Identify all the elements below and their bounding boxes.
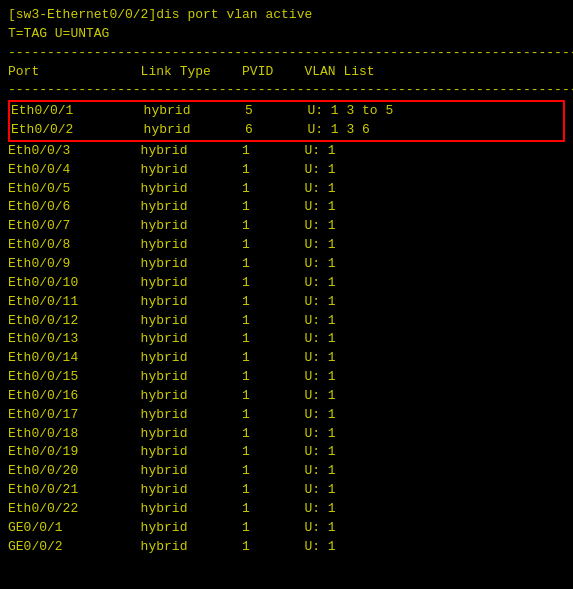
separator-top: ----------------------------------------… — [8, 44, 565, 63]
table-row: GE0/0/1 hybrid 1 U: 1 — [8, 519, 565, 538]
table-row: Eth0/0/3 hybrid 1 U: 1 — [8, 142, 565, 161]
table-row: Eth0/0/9 hybrid 1 U: 1 — [8, 255, 565, 274]
table-row: Eth0/0/13 hybrid 1 U: 1 — [8, 330, 565, 349]
highlighted-rows-block: Eth0/0/1 hybrid 5 U: 1 3 to 5Eth0/0/2 hy… — [8, 100, 565, 142]
table-row: Eth0/0/19 hybrid 1 U: 1 — [8, 443, 565, 462]
table-row: Eth0/0/6 hybrid 1 U: 1 — [8, 198, 565, 217]
prompt-line: [sw3-Ethernet0/0/2]dis port vlan active — [8, 6, 565, 25]
table-row: Eth0/0/22 hybrid 1 U: 1 — [8, 500, 565, 519]
data-rows: Eth0/0/1 hybrid 5 U: 1 3 to 5Eth0/0/2 hy… — [8, 100, 565, 556]
table-row: Eth0/0/18 hybrid 1 U: 1 — [8, 425, 565, 444]
terminal-window: [sw3-Ethernet0/0/2]dis port vlan active … — [8, 6, 565, 556]
table-row: Eth0/0/16 hybrid 1 U: 1 — [8, 387, 565, 406]
table-row: Eth0/0/15 hybrid 1 U: 1 — [8, 368, 565, 387]
table-row: Eth0/0/11 hybrid 1 U: 1 — [8, 293, 565, 312]
table-row: Eth0/0/1 hybrid 5 U: 1 3 to 5 — [11, 102, 562, 121]
table-row: Eth0/0/7 hybrid 1 U: 1 — [8, 217, 565, 236]
table-row: Eth0/0/8 hybrid 1 U: 1 — [8, 236, 565, 255]
table-row: Eth0/0/17 hybrid 1 U: 1 — [8, 406, 565, 425]
separator-bottom: ----------------------------------------… — [8, 81, 565, 100]
table-row: Eth0/0/5 hybrid 1 U: 1 — [8, 180, 565, 199]
table-row: Eth0/0/21 hybrid 1 U: 1 — [8, 481, 565, 500]
column-headers: Port Link Type PVID VLAN List — [8, 63, 565, 82]
table-row: Eth0/0/10 hybrid 1 U: 1 — [8, 274, 565, 293]
table-row: Eth0/0/4 hybrid 1 U: 1 — [8, 161, 565, 180]
table-row: Eth0/0/14 hybrid 1 U: 1 — [8, 349, 565, 368]
table-row: Eth0/0/2 hybrid 6 U: 1 3 6 — [11, 121, 562, 140]
table-row: Eth0/0/12 hybrid 1 U: 1 — [8, 312, 565, 331]
legend-line: T=TAG U=UNTAG — [8, 25, 565, 44]
table-row: GE0/0/2 hybrid 1 U: 1 — [8, 538, 565, 557]
table-row: Eth0/0/20 hybrid 1 U: 1 — [8, 462, 565, 481]
